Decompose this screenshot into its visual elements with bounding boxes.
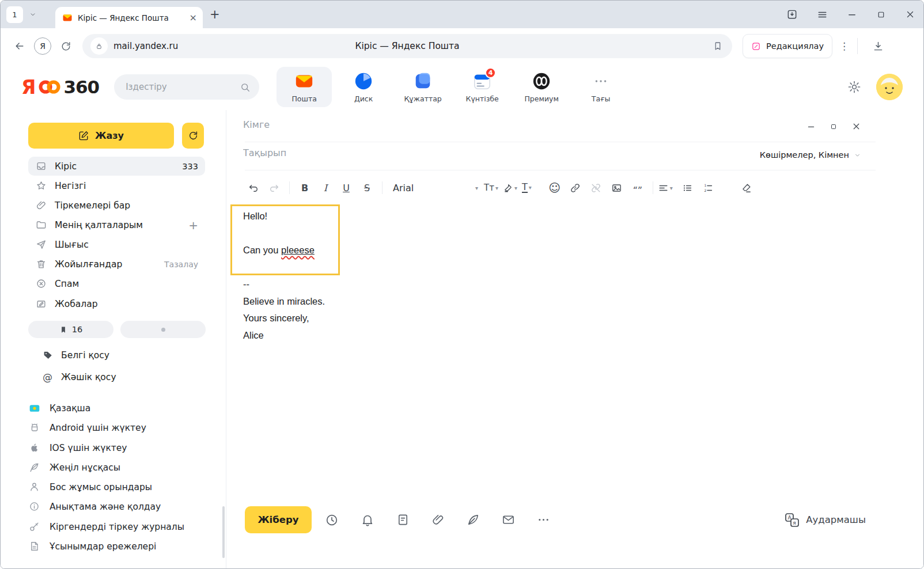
compose-button[interactable]: Жазу bbox=[28, 123, 174, 149]
tab-list-chevron-icon[interactable] bbox=[25, 7, 40, 22]
translator-button[interactable]: Aя Аудармашы bbox=[785, 506, 866, 533]
sidebar-folder-spam[interactable]: Спам bbox=[28, 274, 205, 293]
premium-app-icon bbox=[532, 71, 551, 91]
app-docs[interactable]: Құжаттар bbox=[395, 67, 450, 107]
sidebar-scrollbar-thumb[interactable] bbox=[222, 506, 225, 558]
bullet-list-icon[interactable] bbox=[677, 178, 698, 198]
person-icon bbox=[28, 481, 40, 492]
send-button[interactable]: Жіберу bbox=[245, 506, 312, 533]
sidebar-folder-attachments[interactable]: Тіркемелері бар bbox=[28, 196, 205, 215]
window-maximize-icon[interactable] bbox=[876, 10, 886, 20]
app-mail-label: Пошта bbox=[291, 94, 316, 103]
cc-from-toggle[interactable]: Көшірмелер, Кімнен bbox=[760, 150, 861, 160]
insert-image-icon[interactable] bbox=[607, 178, 627, 198]
signature-pen-icon[interactable] bbox=[467, 513, 480, 526]
sidebar-folder-inbox[interactable]: Кіріс 333 bbox=[28, 157, 205, 176]
app-mail[interactable]: Пошта bbox=[277, 67, 332, 107]
sidebar-folder-sent[interactable]: Шығыс bbox=[28, 235, 205, 254]
schedule-send-clock-icon[interactable] bbox=[325, 513, 339, 527]
link-icon[interactable] bbox=[565, 178, 586, 198]
labels-pill-16[interactable]: 16 bbox=[28, 321, 113, 338]
quote-icon[interactable]: “” bbox=[627, 178, 648, 198]
edit-page-button[interactable]: Редакциялау bbox=[743, 34, 832, 58]
more-actions-icon[interactable] bbox=[537, 513, 550, 526]
reload-button[interactable] bbox=[55, 35, 77, 57]
add-mailbox-row[interactable]: @ Жәшік қосу bbox=[42, 368, 116, 386]
back-button[interactable] bbox=[9, 35, 31, 57]
compose-minimize-icon[interactable] bbox=[806, 122, 816, 131]
browser-toolbar: Я mail.yandex.ru Кіріс — Яндекс Пошта Ре… bbox=[1, 28, 923, 64]
sidebar-folder-main[interactable]: Негізгі bbox=[28, 176, 205, 195]
sidebar-folder-drafts[interactable]: Жобалар bbox=[28, 294, 205, 313]
templates-icon[interactable] bbox=[396, 513, 410, 526]
app-more[interactable]: Тағы bbox=[573, 67, 628, 107]
user-avatar[interactable] bbox=[876, 74, 903, 100]
bold-button[interactable]: B bbox=[294, 178, 315, 198]
sidebar-folder-my-folders[interactable]: Менің қалталарым + bbox=[28, 215, 205, 234]
footer-link-jobs[interactable]: Бос жұмыс орындары bbox=[28, 478, 152, 496]
attach-paperclip-icon[interactable] bbox=[431, 513, 445, 526]
refresh-button[interactable] bbox=[182, 123, 204, 149]
downloads-panel-icon[interactable] bbox=[786, 9, 798, 20]
search-box[interactable] bbox=[114, 74, 259, 100]
compose-pencil-icon bbox=[78, 130, 89, 141]
labels-pill-count: 16 bbox=[72, 325, 82, 334]
underline-button[interactable]: U bbox=[336, 178, 357, 198]
redo-icon[interactable] bbox=[264, 178, 285, 198]
yandex-360-logo[interactable]: Я 360 bbox=[21, 76, 99, 98]
settings-gear-icon[interactable] bbox=[847, 80, 861, 94]
clear-formatting-icon[interactable] bbox=[736, 178, 757, 198]
page-actions-kebab-icon[interactable]: ⋮ bbox=[839, 40, 849, 52]
emoji-icon[interactable]: ☺ bbox=[544, 178, 565, 198]
compose-close-icon[interactable] bbox=[851, 122, 861, 131]
labels-pill-dot[interactable] bbox=[120, 321, 206, 338]
tab-group-counter[interactable]: 1 bbox=[6, 6, 23, 23]
undo-icon[interactable] bbox=[243, 178, 264, 198]
bookmark-icon[interactable] bbox=[713, 41, 723, 51]
sidebar-folder-trash[interactable]: Жойылғандар Тазалау bbox=[28, 255, 205, 274]
numbered-list-icon[interactable]: 12 bbox=[698, 178, 719, 198]
address-bar[interactable]: mail.yandex.ru Кіріс — Яндекс Пошта bbox=[82, 34, 732, 58]
browser-menu-icon[interactable] bbox=[817, 9, 828, 20]
search-icon[interactable] bbox=[240, 82, 251, 93]
italic-button[interactable]: I bbox=[315, 178, 336, 198]
empty-trash-link[interactable]: Тазалау bbox=[164, 260, 198, 269]
search-input[interactable] bbox=[114, 82, 259, 92]
new-tab-button[interactable]: + bbox=[210, 7, 220, 21]
font-size-select[interactable]: Tт ▾ bbox=[484, 183, 498, 193]
text-color-select[interactable]: T ▾ bbox=[522, 183, 532, 194]
font-family-select[interactable]: Arial ▾ bbox=[393, 178, 478, 198]
yandex-home-button[interactable]: Я bbox=[34, 37, 51, 55]
body-line-greeting: Hello! bbox=[243, 208, 325, 225]
footer-link-light-version[interactable]: Жеңіл нұсқасы bbox=[28, 458, 120, 476]
add-folder-icon[interactable]: + bbox=[188, 219, 198, 231]
app-calendar[interactable]: 4 Күнтізбе bbox=[455, 67, 510, 107]
app-premium[interactable]: Премиум bbox=[514, 67, 569, 107]
unlink-icon[interactable] bbox=[586, 178, 607, 198]
compose-collapse-icon[interactable] bbox=[830, 122, 838, 131]
highlight-color-select[interactable]: ▾ bbox=[503, 183, 517, 193]
subject-field[interactable] bbox=[243, 147, 646, 158]
downloads-icon[interactable] bbox=[867, 35, 889, 57]
footer-link-help[interactable]: Анықтама және қолдау bbox=[28, 498, 161, 515]
footer-link-login-journal[interactable]: Кіргендерді тіркеу журналы bbox=[28, 518, 184, 536]
envelope-icon[interactable] bbox=[502, 513, 515, 526]
strikethrough-button[interactable]: S bbox=[357, 178, 377, 198]
tab-close-icon[interactable]: × bbox=[190, 12, 197, 23]
add-label-row[interactable]: Белгі қосу bbox=[42, 346, 109, 365]
reminder-bell-icon[interactable] bbox=[361, 513, 374, 527]
lock-icon[interactable] bbox=[90, 37, 108, 55]
window-minimize-icon[interactable] bbox=[847, 9, 857, 20]
footer-link-recommendations[interactable]: Ұсынымдар ережелері bbox=[28, 537, 156, 555]
browser-tab[interactable]: Кіріс — Яндекс Пошта × bbox=[55, 7, 203, 28]
to-field[interactable] bbox=[243, 119, 704, 130]
footer-link-label: Кіргендерді тіркеу журналы bbox=[50, 522, 184, 532]
footer-link-ios[interactable]: IOS үшін жүктеу bbox=[28, 439, 127, 457]
align-select[interactable]: ▾ bbox=[658, 183, 673, 194]
app-switcher: Пошта Диск Құжаттар 4 Күнтізбе bbox=[277, 67, 628, 107]
footer-link-language[interactable]: Қазақша bbox=[28, 399, 90, 417]
window-close-icon[interactable] bbox=[905, 9, 915, 20]
app-disk[interactable]: Диск bbox=[336, 67, 391, 107]
message-body[interactable]: Hello! Can you pleeese -- Believe in mir… bbox=[243, 208, 325, 344]
footer-link-android[interactable]: Android үшін жүктеу bbox=[28, 419, 146, 437]
